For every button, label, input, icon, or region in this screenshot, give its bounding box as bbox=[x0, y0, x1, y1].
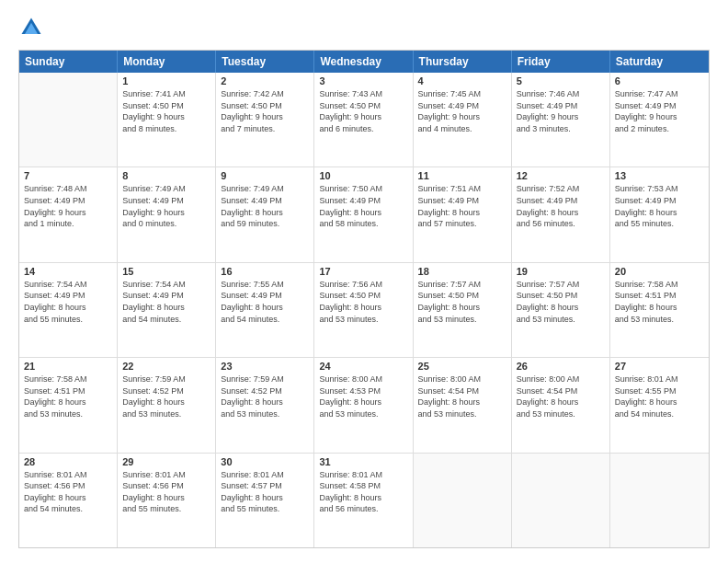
calendar-cell: 14Sunrise: 7:54 AMSunset: 4:49 PMDayligh… bbox=[19, 263, 118, 357]
day-details: Sunrise: 7:41 AMSunset: 4:50 PMDaylight:… bbox=[122, 88, 210, 134]
calendar-cell: 15Sunrise: 7:54 AMSunset: 4:49 PMDayligh… bbox=[118, 263, 216, 357]
calendar-cell: 28Sunrise: 8:01 AMSunset: 4:56 PMDayligh… bbox=[19, 454, 118, 547]
day-details: Sunrise: 8:01 AMSunset: 4:57 PMDaylight:… bbox=[221, 469, 309, 515]
day-details: Sunrise: 8:00 AMSunset: 4:54 PMDaylight:… bbox=[418, 373, 506, 419]
day-number: 13 bbox=[615, 170, 704, 181]
calendar-cell: 7Sunrise: 7:48 AMSunset: 4:49 PMDaylight… bbox=[19, 167, 118, 261]
day-details: Sunrise: 7:49 AMSunset: 4:49 PMDaylight:… bbox=[221, 183, 309, 229]
calendar-header-day: Saturday bbox=[610, 51, 709, 73]
day-number: 26 bbox=[517, 361, 605, 372]
calendar-row: 28Sunrise: 8:01 AMSunset: 4:56 PMDayligh… bbox=[19, 454, 709, 547]
calendar-cell: 24Sunrise: 8:00 AMSunset: 4:53 PMDayligh… bbox=[314, 358, 413, 452]
calendar-cell: 2Sunrise: 7:42 AMSunset: 4:50 PMDaylight… bbox=[216, 73, 314, 167]
page: SundayMondayTuesdayWednesdayThursdayFrid… bbox=[0, 0, 728, 563]
calendar-body: 1Sunrise: 7:41 AMSunset: 4:50 PMDaylight… bbox=[19, 73, 709, 547]
day-number: 28 bbox=[24, 456, 112, 467]
calendar-header-day: Thursday bbox=[414, 51, 512, 73]
calendar-row: 1Sunrise: 7:41 AMSunset: 4:50 PMDaylight… bbox=[19, 73, 709, 167]
day-details: Sunrise: 8:01 AMSunset: 4:58 PMDaylight:… bbox=[319, 469, 407, 515]
day-number: 11 bbox=[418, 170, 506, 181]
day-number: 5 bbox=[517, 75, 605, 86]
calendar-cell: 13Sunrise: 7:53 AMSunset: 4:49 PMDayligh… bbox=[610, 167, 709, 261]
day-number: 1 bbox=[122, 75, 210, 86]
calendar-cell: 31Sunrise: 8:01 AMSunset: 4:58 PMDayligh… bbox=[314, 454, 413, 547]
day-number: 22 bbox=[122, 361, 210, 372]
calendar-cell: 3Sunrise: 7:43 AMSunset: 4:50 PMDaylight… bbox=[314, 73, 413, 167]
calendar-cell: 26Sunrise: 8:00 AMSunset: 4:54 PMDayligh… bbox=[512, 358, 610, 452]
day-details: Sunrise: 7:58 AMSunset: 4:51 PMDaylight:… bbox=[24, 373, 112, 419]
calendar-cell: 5Sunrise: 7:46 AMSunset: 4:49 PMDaylight… bbox=[512, 73, 610, 167]
day-number: 18 bbox=[418, 266, 506, 277]
calendar-cell: 1Sunrise: 7:41 AMSunset: 4:50 PMDaylight… bbox=[118, 73, 216, 167]
day-number: 4 bbox=[418, 75, 506, 86]
calendar-cell: 29Sunrise: 8:01 AMSunset: 4:56 PMDayligh… bbox=[118, 454, 216, 547]
day-number: 14 bbox=[24, 266, 112, 277]
day-details: Sunrise: 7:43 AMSunset: 4:50 PMDaylight:… bbox=[319, 88, 407, 134]
day-details: Sunrise: 7:55 AMSunset: 4:49 PMDaylight:… bbox=[221, 279, 309, 325]
calendar-cell: 10Sunrise: 7:50 AMSunset: 4:49 PMDayligh… bbox=[314, 167, 413, 261]
calendar: SundayMondayTuesdayWednesdayThursdayFrid… bbox=[18, 50, 710, 548]
calendar-cell: 20Sunrise: 7:58 AMSunset: 4:51 PMDayligh… bbox=[610, 263, 709, 357]
day-number: 21 bbox=[24, 361, 112, 372]
calendar-cell: 18Sunrise: 7:57 AMSunset: 4:50 PMDayligh… bbox=[414, 263, 512, 357]
calendar-header-day: Tuesday bbox=[216, 51, 314, 73]
day-number: 31 bbox=[319, 456, 407, 467]
calendar-cell: 4Sunrise: 7:45 AMSunset: 4:49 PMDaylight… bbox=[414, 73, 512, 167]
day-details: Sunrise: 8:01 AMSunset: 4:56 PMDaylight:… bbox=[122, 469, 210, 515]
day-number: 25 bbox=[418, 361, 506, 372]
logo bbox=[18, 15, 48, 40]
day-details: Sunrise: 7:52 AMSunset: 4:49 PMDaylight:… bbox=[517, 183, 605, 229]
calendar-cell bbox=[414, 454, 512, 547]
calendar-cell: 23Sunrise: 7:59 AMSunset: 4:52 PMDayligh… bbox=[216, 358, 314, 452]
day-number: 29 bbox=[122, 456, 210, 467]
day-details: Sunrise: 7:50 AMSunset: 4:49 PMDaylight:… bbox=[319, 183, 407, 229]
calendar-cell: 8Sunrise: 7:49 AMSunset: 4:49 PMDaylight… bbox=[118, 167, 216, 261]
calendar-cell: 9Sunrise: 7:49 AMSunset: 4:49 PMDaylight… bbox=[216, 167, 314, 261]
calendar-cell: 21Sunrise: 7:58 AMSunset: 4:51 PMDayligh… bbox=[19, 358, 118, 452]
day-number: 19 bbox=[517, 266, 605, 277]
day-number: 10 bbox=[319, 170, 407, 181]
day-number: 9 bbox=[221, 170, 309, 181]
calendar-cell bbox=[610, 454, 709, 547]
calendar-cell: 17Sunrise: 7:56 AMSunset: 4:50 PMDayligh… bbox=[314, 263, 413, 357]
calendar-cell: 22Sunrise: 7:59 AMSunset: 4:52 PMDayligh… bbox=[118, 358, 216, 452]
day-details: Sunrise: 7:42 AMSunset: 4:50 PMDaylight:… bbox=[221, 88, 309, 134]
day-number: 6 bbox=[615, 75, 704, 86]
day-details: Sunrise: 7:51 AMSunset: 4:49 PMDaylight:… bbox=[418, 183, 506, 229]
day-number: 12 bbox=[517, 170, 605, 181]
day-details: Sunrise: 8:00 AMSunset: 4:54 PMDaylight:… bbox=[517, 373, 605, 419]
day-details: Sunrise: 8:01 AMSunset: 4:56 PMDaylight:… bbox=[24, 469, 112, 515]
calendar-cell: 11Sunrise: 7:51 AMSunset: 4:49 PMDayligh… bbox=[414, 167, 512, 261]
day-number: 30 bbox=[221, 456, 309, 467]
day-number: 3 bbox=[319, 75, 407, 86]
day-details: Sunrise: 7:56 AMSunset: 4:50 PMDaylight:… bbox=[319, 279, 407, 325]
day-details: Sunrise: 7:57 AMSunset: 4:50 PMDaylight:… bbox=[418, 279, 506, 325]
calendar-cell: 19Sunrise: 7:57 AMSunset: 4:50 PMDayligh… bbox=[512, 263, 610, 357]
day-details: Sunrise: 7:59 AMSunset: 4:52 PMDaylight:… bbox=[122, 373, 210, 419]
day-details: Sunrise: 7:54 AMSunset: 4:49 PMDaylight:… bbox=[24, 279, 112, 325]
calendar-header: SundayMondayTuesdayWednesdayThursdayFrid… bbox=[19, 51, 709, 73]
day-details: Sunrise: 7:45 AMSunset: 4:49 PMDaylight:… bbox=[418, 88, 506, 134]
calendar-cell bbox=[512, 454, 610, 547]
calendar-header-day: Monday bbox=[118, 51, 216, 73]
calendar-cell: 25Sunrise: 8:00 AMSunset: 4:54 PMDayligh… bbox=[414, 358, 512, 452]
day-details: Sunrise: 8:00 AMSunset: 4:53 PMDaylight:… bbox=[319, 373, 407, 419]
day-number: 23 bbox=[221, 361, 309, 372]
calendar-row: 14Sunrise: 7:54 AMSunset: 4:49 PMDayligh… bbox=[19, 263, 709, 358]
day-number: 17 bbox=[319, 266, 407, 277]
day-details: Sunrise: 7:58 AMSunset: 4:51 PMDaylight:… bbox=[615, 279, 704, 325]
calendar-cell: 30Sunrise: 8:01 AMSunset: 4:57 PMDayligh… bbox=[216, 454, 314, 547]
calendar-row: 7Sunrise: 7:48 AMSunset: 4:49 PMDaylight… bbox=[19, 167, 709, 262]
day-details: Sunrise: 7:54 AMSunset: 4:49 PMDaylight:… bbox=[122, 279, 210, 325]
day-number: 7 bbox=[24, 170, 112, 181]
logo-icon bbox=[18, 15, 44, 40]
calendar-cell: 16Sunrise: 7:55 AMSunset: 4:49 PMDayligh… bbox=[216, 263, 314, 357]
day-details: Sunrise: 7:46 AMSunset: 4:49 PMDaylight:… bbox=[517, 88, 605, 134]
header bbox=[18, 15, 710, 40]
day-details: Sunrise: 8:01 AMSunset: 4:55 PMDaylight:… bbox=[615, 373, 704, 419]
day-number: 8 bbox=[122, 170, 210, 181]
day-number: 15 bbox=[122, 266, 210, 277]
day-details: Sunrise: 7:48 AMSunset: 4:49 PMDaylight:… bbox=[24, 183, 112, 229]
calendar-row: 21Sunrise: 7:58 AMSunset: 4:51 PMDayligh… bbox=[19, 358, 709, 453]
calendar-header-day: Friday bbox=[512, 51, 610, 73]
